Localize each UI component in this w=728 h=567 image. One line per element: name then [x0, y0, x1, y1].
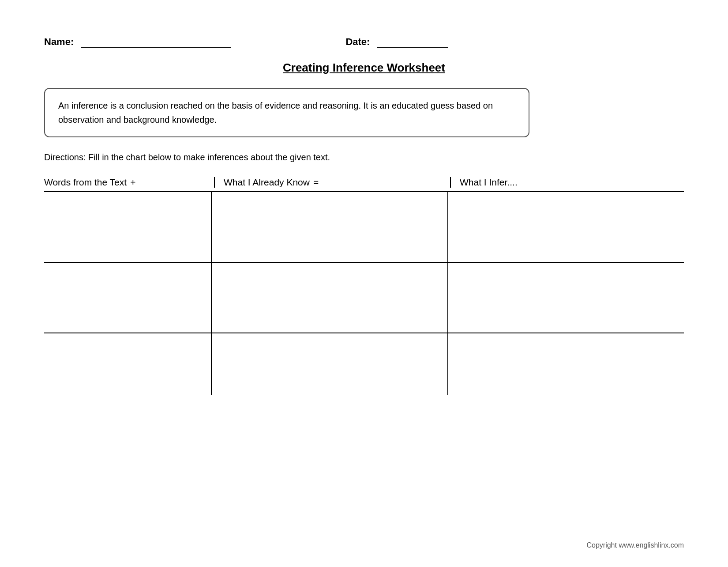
col-know-header: What I Already Know = [217, 177, 448, 188]
row3-words-cell [44, 333, 212, 395]
date-line [377, 35, 448, 48]
name-label: Name: [44, 35, 231, 48]
date-label-text: Date: [345, 36, 370, 47]
words-header-text: Words from the Text [44, 177, 127, 188]
plus-symbol: + [130, 177, 135, 188]
name-label-text: Name: [44, 36, 74, 47]
table-row [44, 192, 684, 263]
chart-data-rows [44, 192, 684, 395]
directions-text: Directions: Fill in the chart below to m… [44, 151, 684, 164]
definition-text: An inference is a conclusion reached on … [58, 101, 493, 125]
table-row [44, 263, 684, 333]
row3-infer-cell [448, 333, 684, 395]
equals-symbol: = [313, 177, 319, 188]
inference-chart: Words from the Text + What I Already Kno… [44, 177, 684, 395]
row1-know-cell [212, 192, 448, 262]
chart-header-row: Words from the Text + What I Already Kno… [44, 177, 684, 192]
col-words-header: Words from the Text + [44, 177, 212, 188]
row2-know-cell [212, 263, 448, 333]
row1-words-cell [44, 192, 212, 262]
row2-words-cell [44, 263, 212, 333]
date-label: Date: [345, 35, 447, 48]
divider-1 [214, 177, 215, 188]
infer-header-text: What I Infer.... [460, 177, 518, 187]
row3-know-cell [212, 333, 448, 395]
worksheet-title: Creating Inference Worksheet [44, 61, 684, 75]
worksheet-page: Name: Date: Creating Inference Worksheet… [0, 0, 728, 567]
col-infer-header: What I Infer.... [453, 177, 684, 188]
definition-box: An inference is a conclusion reached on … [44, 88, 529, 137]
copyright-text: Copyright www.englishlinx.com [586, 541, 684, 549]
divider-2 [450, 177, 451, 188]
name-line [81, 35, 231, 48]
table-row [44, 333, 684, 395]
row2-infer-cell [448, 263, 684, 333]
row1-infer-cell [448, 192, 684, 262]
header-row: Name: Date: [44, 35, 684, 48]
know-header-text: What I Already Know [224, 177, 310, 188]
